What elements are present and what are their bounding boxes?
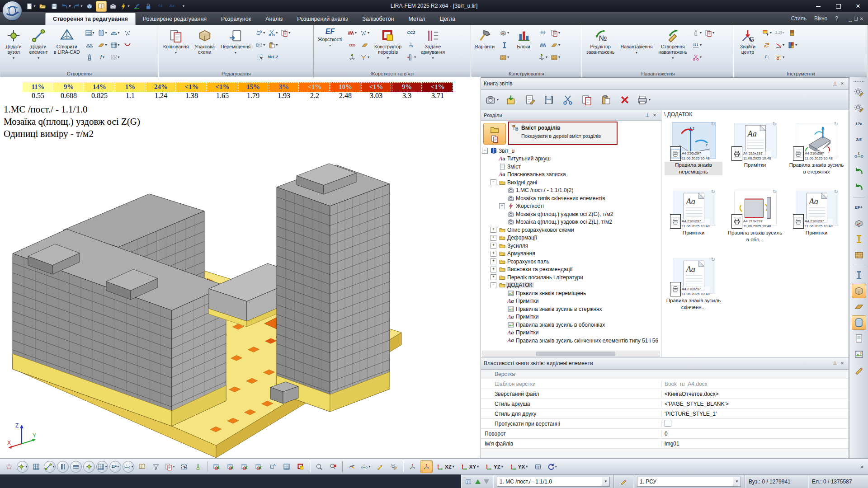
tab-6[interactable]: Метал — [401, 14, 433, 25]
ribbon-button[interactable]: Додатиелемент▾ — [27, 26, 50, 66]
ribbon-small-button[interactable]: Σ↓ — [761, 52, 773, 63]
strip-pencil-button[interactable] — [852, 363, 866, 377]
toolbar-winx-button[interactable] — [210, 460, 223, 473]
ribbon-small-button[interactable]: ▾ — [267, 39, 279, 51]
toolbar-axo-button[interactable] — [420, 460, 433, 473]
tree-item[interactable]: 1.МС /пост./ - 1.1/1.0(2) — [482, 187, 660, 195]
ribbon-small-button[interactable]: ▾ — [84, 27, 96, 38]
qat-more-button[interactable]: ▾ — [178, 1, 189, 12]
ribbon-small-button[interactable]: ▾ — [359, 52, 371, 63]
property-value[interactable] — [662, 420, 849, 428]
toolbar-node-button[interactable] — [83, 461, 95, 473]
toolbar-vlines-button[interactable] — [57, 461, 69, 473]
ribbon-small-button[interactable] — [405, 39, 417, 51]
toolbar-node-button[interactable]: ▾ — [17, 461, 28, 473]
strip-doc-button[interactable] — [852, 331, 866, 346]
ribbon-small-button[interactable]: ▾ — [96, 39, 108, 51]
model-viewport[interactable]: 11%9%14%1%24%<1%<1%15%3%<1%10%<1%9%<1% 0… — [0, 77, 481, 458]
next-loadcase-icon[interactable] — [484, 479, 489, 484]
toolbar-funnel-button[interactable] — [150, 460, 162, 473]
app-logo-icon[interactable] — [2, 1, 22, 21]
ribbon-small-button[interactable] — [122, 27, 134, 38]
thumbnail-item[interactable]: Aa↻A4 210x29711.06.2025 10:48Примітки — [725, 121, 785, 189]
ribbon-small-button[interactable]: ▾ — [254, 27, 266, 38]
qat-si-button[interactable]: Si — [155, 1, 165, 12]
tab-7[interactable]: Цегла — [432, 14, 462, 25]
loadcase-combobox[interactable]: 1. МС /пост./ - 1.1/1.0▼ — [497, 477, 610, 487]
menu-window[interactable]: Вікно▾ — [814, 15, 830, 22]
ribbon-small-button[interactable] — [537, 27, 549, 38]
tree-item[interactable]: +Розрахунок паль — [482, 258, 660, 266]
strip-undo-button[interactable] — [852, 164, 866, 178]
tab-4[interactable]: Розширений аналіз — [290, 14, 355, 25]
tree-item[interactable]: Правила знаків зусиль в стержнях — [482, 305, 660, 313]
toolbar-rotate-button[interactable] — [266, 460, 279, 473]
ribbon-button[interactable]: Знайтицентр — [736, 26, 760, 66]
ribbon-small-button[interactable] — [498, 39, 510, 51]
tree-item[interactable]: Правила знаків зусиль в оболонках — [482, 321, 660, 329]
qat-stairs-button[interactable] — [131, 1, 142, 12]
rsu-icon[interactable] — [620, 478, 627, 485]
ribbon-small-button[interactable]: ▾ — [405, 52, 417, 63]
toolbar-overflow-icon[interactable]: » — [860, 463, 865, 470]
restore-button[interactable] — [828, 0, 848, 12]
tab-3[interactable]: Аналіз — [258, 14, 290, 25]
ribbon-button[interactable]: Додативузол▾ — [2, 26, 25, 66]
ribbon-button[interactable]: Упаковкасхеми — [192, 26, 217, 66]
qat-lock-button[interactable] — [143, 1, 154, 12]
properties-close-icon[interactable]: × — [839, 360, 846, 366]
strip-img-button[interactable] — [852, 347, 866, 361]
thumbnail-item[interactable]: Aa↻A4 210x29711.06.2025 10:48Правила зна… — [663, 257, 724, 324]
qat-undo-button[interactable]: ▾ — [61, 1, 71, 12]
ribbon-small-button[interactable]: ▾ — [498, 52, 510, 63]
ribbon-small-button[interactable]: ▾ — [703, 27, 716, 38]
thumbnail-item[interactable]: Aa↻A4 210x29711.06.2025 10:48Примітки — [786, 189, 847, 257]
ribbon-small-button[interactable]: ▾ — [549, 52, 561, 63]
tree-item[interactable]: AaПримітки — [482, 329, 660, 337]
loadcase-table-icon[interactable] — [465, 478, 472, 485]
qat-camera-button[interactable] — [108, 1, 118, 12]
report-toolbar-import-button[interactable] — [502, 91, 520, 108]
tree-item[interactable]: Зміст — [482, 163, 660, 171]
tree-item[interactable]: +Деформації — [482, 234, 660, 242]
tree-item[interactable]: Мозаїка q(площ.) уздовж осі Z(L), т/м2 — [482, 218, 660, 226]
toolbar-pencil-button[interactable] — [373, 460, 386, 473]
report-pin-icon[interactable]: ⊥ — [831, 80, 839, 87]
property-checkbox[interactable] — [665, 420, 671, 427]
property-value[interactable]: <'PAGE_STYLE_BLANK'> — [662, 401, 849, 407]
qat-newdoc-button[interactable]: ▾ — [25, 1, 36, 12]
tree-expander-icon[interactable]: + — [491, 258, 496, 264]
ribbon-small-button[interactable]: ▾ — [537, 52, 549, 63]
ribbon-small-button[interactable]: ▾ — [96, 27, 108, 38]
view-xy-button[interactable]: XY▾ — [458, 460, 481, 473]
ribbon-small-button[interactable] — [786, 27, 798, 38]
tab-5[interactable]: Залізобетон — [355, 14, 401, 25]
toolbar-gearpencil-button[interactable] — [387, 460, 400, 473]
toolbar-select-button[interactable] — [178, 460, 190, 473]
ribbon-button[interactable]: Навантаження▾ — [618, 26, 655, 66]
tree-expander-icon[interactable]: + — [491, 251, 496, 257]
tree-item[interactable]: AaТитульний аркуш — [482, 155, 660, 163]
ribbon-button[interactable]: Створитив LIRA-CAD — [52, 26, 82, 66]
strip-drillbox-button[interactable] — [852, 216, 866, 230]
ribbon-button[interactable]: Варіанти — [473, 26, 497, 66]
strip-plate-button[interactable] — [852, 300, 866, 314]
report-toolbar-scissors-button[interactable] — [559, 91, 577, 108]
ribbon-small-button[interactable]: ▾ — [761, 27, 773, 38]
toolbar-gridtable-button[interactable] — [532, 460, 544, 473]
mdi-minimize-icon[interactable]: ▁ — [849, 16, 852, 21]
properties-pin-icon[interactable]: ⊥ — [831, 360, 839, 366]
ribbon-small-button[interactable]: ▾ — [786, 39, 798, 51]
ribbon-small-button[interactable]: 1.2)▾ — [774, 27, 786, 38]
toolbar-winx-button[interactable] — [224, 460, 237, 473]
tree-item[interactable]: +Армування — [482, 250, 660, 258]
tree-expander-icon[interactable]: + — [499, 203, 505, 209]
report-toolbar-paste-button[interactable] — [597, 91, 615, 108]
ribbon-small-button[interactable]: CC2 — [405, 27, 417, 38]
ribbon-small-button[interactable] — [84, 52, 96, 63]
ribbon-small-button[interactable] — [346, 39, 358, 51]
ribbon-button[interactable]: Заданеармування▾ — [419, 26, 447, 66]
ribbon-button[interactable]: Блоки — [512, 26, 535, 66]
toolbar-efc-button[interactable]: EF▾ — [109, 461, 121, 473]
ribbon-button[interactable]: Конструкторперерізів▾ — [372, 26, 404, 66]
